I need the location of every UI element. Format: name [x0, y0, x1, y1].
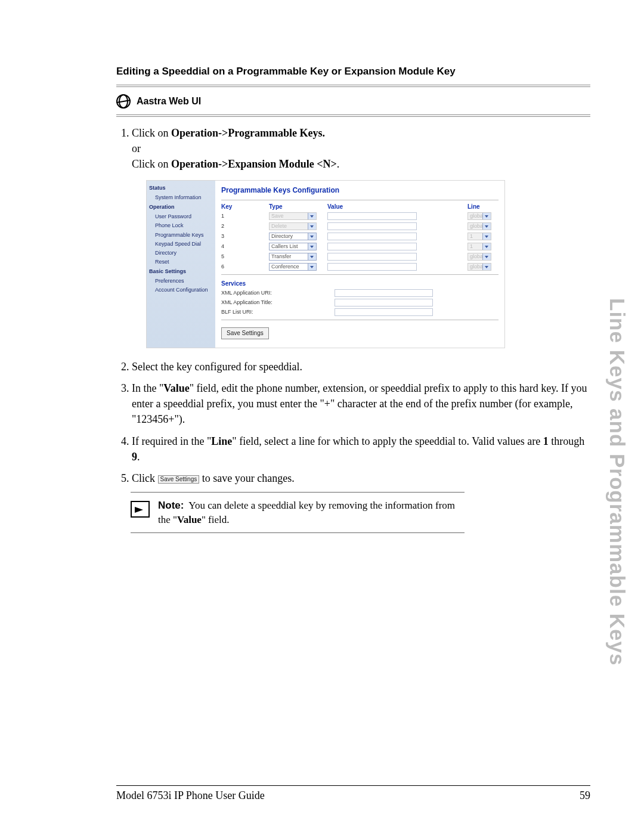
svc-xmlappuri-input: [335, 289, 433, 297]
screenshot-nav: Status System Information Operation User…: [147, 181, 215, 348]
step-2: Select the key configured for speeddial.: [132, 359, 590, 374]
line-select: 1: [467, 243, 491, 250]
svc-blflisturi: BLF List URI:: [221, 308, 335, 316]
line-select: global: [467, 212, 491, 220]
value-input: [327, 253, 417, 261]
cell-key: 5: [221, 253, 269, 261]
services-heading: Services: [221, 280, 499, 289]
nav-reset: Reset: [147, 258, 215, 267]
nav-acct: Account Configuration: [147, 286, 215, 295]
chevron-down-icon: [308, 233, 316, 240]
note-label: Note:: [158, 500, 184, 511]
chevron-down-icon: [482, 253, 491, 260]
step-1: Click on Operation->Programmable Keys. o…: [132, 125, 590, 348]
value-input: [327, 243, 417, 250]
chevron-down-icon: [482, 213, 491, 219]
type-select: Save: [269, 212, 317, 220]
svc-blflisturi-input: [335, 308, 433, 316]
line-select: 1: [467, 233, 491, 240]
nav-sysinfo: System Information: [147, 193, 215, 202]
webui-screenshot: Status System Information Operation User…: [146, 180, 505, 348]
step-4: If required in the "Line" field, select …: [132, 433, 590, 465]
nav-userpw: User Password: [147, 212, 215, 221]
svc-xmlapptitle: XML Application Title:: [221, 299, 335, 306]
type-select: Directory: [269, 233, 317, 240]
cell-key: 3: [221, 233, 269, 240]
footer-title: Model 6753i IP Phone User Guide: [116, 789, 265, 802]
type-select: Transfer: [269, 253, 317, 261]
col-key: Key: [221, 203, 269, 212]
value-input: [327, 222, 417, 230]
cell-key: 4: [221, 243, 269, 250]
config-row: 2Deleteglobal: [221, 221, 499, 231]
webui-label: Aastra Web UI: [137, 96, 201, 107]
chevron-down-icon: [482, 233, 491, 240]
type-select: Conference: [269, 263, 317, 271]
chevron-down-icon: [482, 243, 491, 250]
config-row: 3Directory1: [221, 231, 499, 241]
value-input: [327, 263, 417, 271]
nav-directory: Directory: [147, 249, 215, 258]
side-chapter-title: Line Keys and Programmable Keys: [605, 298, 629, 666]
nav-keypad: Keypad Speed Dial: [147, 240, 215, 249]
step-3: In the "Value" field, edit the phone num…: [132, 380, 590, 427]
config-row: 4Callers List1: [221, 241, 499, 252]
screenshot-panel: Programmable Keys Configuration Key Type…: [215, 181, 504, 348]
cell-key: 6: [221, 263, 269, 271]
config-row: 6Conferenceglobal: [221, 262, 499, 272]
svc-xmlapptitle-input: [335, 299, 433, 306]
panel-title: Programmable Keys Configuration: [221, 185, 499, 196]
arrow-right-icon: [131, 501, 150, 518]
section-heading: Editing a Speeddial on a Programmable Ke…: [116, 66, 590, 78]
mini-save-button-icon: Save Settings: [158, 475, 200, 484]
page-number: 59: [580, 789, 590, 802]
divider: [116, 114, 590, 117]
chevron-down-icon: [482, 264, 491, 270]
chevron-down-icon: [308, 213, 316, 219]
save-settings-button: Save Settings: [221, 327, 269, 340]
nav-basic: Basic Settings: [147, 267, 215, 277]
value-input: [327, 233, 417, 240]
line-select: global: [467, 253, 491, 261]
type-select: Delete: [269, 222, 317, 230]
note-box: Note: You can delete a speeddial key by …: [131, 492, 465, 534]
cell-key: 2: [221, 222, 269, 230]
chevron-down-icon: [308, 253, 316, 260]
nav-progkeys: Programmable Keys: [147, 231, 215, 240]
chevron-down-icon: [482, 223, 491, 230]
nav-status: Status: [147, 183, 215, 193]
chevron-down-icon: [308, 264, 316, 270]
cell-key: 1: [221, 212, 269, 220]
value-input: [327, 212, 417, 220]
svc-xmlappuri: XML Application URI:: [221, 289, 335, 297]
col-type: Type: [269, 203, 327, 212]
col-line: Line: [467, 203, 499, 212]
nav-phonelock: Phone Lock: [147, 221, 215, 230]
nav-operation: Operation: [147, 202, 215, 212]
step-5: Click Save Settings to save your changes…: [132, 470, 590, 486]
divider: [116, 85, 590, 87]
chevron-down-icon: [308, 223, 316, 230]
col-value: Value: [327, 203, 467, 212]
nav-prefs: Preferences: [147, 277, 215, 286]
type-select: Callers List: [269, 243, 317, 250]
config-row: 1Saveglobal: [221, 211, 499, 221]
chevron-down-icon: [308, 243, 316, 250]
globe-icon: [116, 94, 131, 109]
config-row: 5Transferglobal: [221, 252, 499, 262]
line-select: global: [467, 222, 491, 230]
line-select: global: [467, 263, 491, 271]
